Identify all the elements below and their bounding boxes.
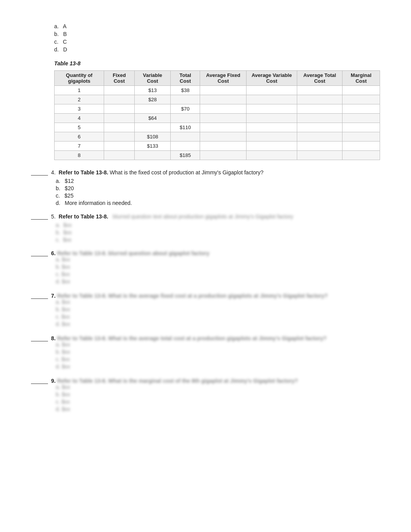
blurred-question-6-block: 6. Refer to Table 13-8. blurred question… xyxy=(31,250,380,286)
q5-answer-c: c. $xx xyxy=(56,237,380,243)
cell-total: $185 xyxy=(171,151,200,160)
cell-avg_total xyxy=(297,151,342,160)
blurred-question-6-content: 6. Refer to Table 13-8. blurred question… xyxy=(51,250,380,286)
blurred-answer-item: c. $xx xyxy=(56,356,380,362)
blurred-answer-item: b. $xx xyxy=(56,391,380,397)
intro-list: a. A b. B c. C d. D xyxy=(54,23,380,53)
cell-avg_variable xyxy=(247,142,297,151)
cell-fixed xyxy=(104,123,135,132)
blurred-answer-item: c. $xx xyxy=(56,271,380,277)
cell-marginal xyxy=(342,151,380,160)
question-5-block: 5. Refer to Table 13-8. blurred question… xyxy=(31,213,380,244)
cell-qty: 7 xyxy=(55,142,104,151)
blurred-question-8-ref: Refer to Table 13-8. What is the average… xyxy=(57,335,327,341)
blurred-question-9-content: 9. Refer to Table 13-8. What is the marg… xyxy=(51,378,380,413)
blurred-answer-item: d. $xx xyxy=(56,363,380,370)
cell-avg_variable xyxy=(247,95,297,104)
q5-answer-b: b. $xx xyxy=(56,229,380,235)
intro-list-item-a: a. A xyxy=(54,23,380,29)
intro-list-item-b: b. B xyxy=(54,31,380,37)
col-header-total: Total Cost xyxy=(171,71,200,86)
cell-avg_total xyxy=(297,132,342,142)
cell-qty: 4 xyxy=(55,114,104,123)
q5-answer-a: a. $xx xyxy=(56,222,380,228)
intro-value-d: D xyxy=(63,46,67,53)
cell-avg_variable xyxy=(247,151,297,160)
q4-answer-d-label: d. xyxy=(56,200,60,206)
cell-avg_total xyxy=(297,104,342,114)
q4-answer-a-label: a. xyxy=(56,178,60,184)
blurred-answer-item: a. $xx xyxy=(56,384,380,390)
cell-variable: $64 xyxy=(135,114,171,123)
table-row: 6$108 xyxy=(55,132,380,142)
q4-answer-b: b. $20 xyxy=(56,185,380,191)
cell-marginal xyxy=(342,132,380,142)
q4-answer-c-value: $25 xyxy=(65,193,74,199)
table-row: 2$28 xyxy=(55,95,380,104)
blurred-answer-item: c. $xx xyxy=(56,314,380,320)
q4-answer-d: d. More information is needed. xyxy=(56,200,380,206)
table-row: 5$110 xyxy=(55,123,380,132)
blurred-answer-item: d. $xx xyxy=(56,406,380,412)
q4-answer-c: c. $25 xyxy=(56,193,380,199)
blurred-answer-item: b. $xx xyxy=(56,349,380,355)
cost-table: Quantity of gigaplots Fixed Cost Variabl… xyxy=(54,70,380,160)
blurred-question-8-number: 8. xyxy=(51,335,57,341)
cell-total xyxy=(171,132,200,142)
cell-avg_fixed xyxy=(200,151,247,160)
cell-avg_total xyxy=(297,114,342,123)
blurred-answer-item: c. $xx xyxy=(56,399,380,405)
cell-variable: $28 xyxy=(135,95,171,104)
q4-answer-a: a. $12 xyxy=(56,178,380,184)
cell-variable xyxy=(135,123,171,132)
question-4-ref: Refer to Table 13-8. xyxy=(59,169,108,176)
col-header-avg-variable: Average Variable Cost xyxy=(247,71,297,86)
cell-avg_total xyxy=(297,142,342,151)
table-title: Table 13-8 xyxy=(54,60,380,66)
blurred-question-7-ref: Refer to Table 13-8. What is the average… xyxy=(57,293,328,299)
question-4-text: What is the fixed cost of production at … xyxy=(110,169,264,176)
blurred-question-6-ref: Refer to Table 13-8. blurred question ab… xyxy=(57,250,209,256)
q4-answer-a-value: $12 xyxy=(65,178,74,184)
cell-avg_fixed xyxy=(200,104,247,114)
col-header-avg-fixed: Average Fixed Cost xyxy=(200,71,247,86)
cell-fixed xyxy=(104,95,135,104)
blurred-question-7-answers: a. $xxb. $xxc. $xxd. $xx xyxy=(56,299,380,327)
q4-answer-d-value: More information is needed. xyxy=(65,200,132,206)
cell-avg_fixed xyxy=(200,142,247,151)
cell-marginal xyxy=(342,86,380,95)
blurred-answer-item: b. $xx xyxy=(56,264,380,270)
question-4-answers: a. $12 b. $20 c. $25 d. More information… xyxy=(56,178,380,206)
intro-label-b: b. xyxy=(54,31,59,37)
cell-fixed xyxy=(104,104,135,114)
cell-avg_fixed xyxy=(200,132,247,142)
col-header-variable: Variable Cost xyxy=(135,71,171,86)
blurred-answer-item: a. $xx xyxy=(56,256,380,263)
cell-avg_fixed xyxy=(200,114,247,123)
question-5-line xyxy=(31,213,48,220)
blurred-question-9-ref: Refer to Table 13-8. What is the margina… xyxy=(57,378,298,384)
cell-total xyxy=(171,142,200,151)
question-4-block: 4. Refer to Table 13-8. What is the fixe… xyxy=(31,169,380,207)
table-row: 8$185 xyxy=(55,151,380,160)
question-5-content: 5. Refer to Table 13-8. blurred question… xyxy=(51,213,380,244)
blurred-question-6-answers: a. $xxb. $xxc. $xxd. $xx xyxy=(56,256,380,285)
cell-avg_variable xyxy=(247,104,297,114)
blurred-question-9-block: 9. Refer to Table 13-8. What is the marg… xyxy=(31,378,380,413)
cell-marginal xyxy=(342,142,380,151)
cell-avg_fixed xyxy=(200,123,247,132)
blurred-answer-item: a. $xx xyxy=(56,341,380,348)
table-row: 4$64 xyxy=(55,114,380,123)
cell-avg_variable xyxy=(247,86,297,95)
question-5-text: blurred question text about production g… xyxy=(110,213,293,220)
cell-avg_fixed xyxy=(200,95,247,104)
table-row: 7$133 xyxy=(55,142,380,151)
cell-avg_total xyxy=(297,95,342,104)
col-header-avg-total: Average Total Cost xyxy=(297,71,342,86)
blurred-question-7-content: 7. Refer to Table 13-8. What is the aver… xyxy=(51,293,380,328)
blurred-answer-item: a. $xx xyxy=(56,299,380,305)
cell-qty: 6 xyxy=(55,132,104,142)
intro-value-c: C xyxy=(63,39,67,45)
cell-fixed xyxy=(104,151,135,160)
table-row: 1$13$38 xyxy=(55,86,380,95)
